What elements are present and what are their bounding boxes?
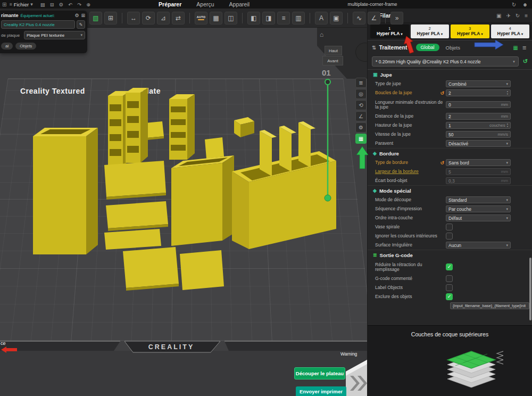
setting-select[interactable]: Standard▾ — [446, 196, 511, 203]
spinner-arrows[interactable]: ▴▾ — [507, 90, 508, 95]
scale-icon[interactable]: ⊿ — [157, 12, 170, 24]
setting-checkbox[interactable] — [446, 224, 453, 230]
spin-down-icon[interactable]: ▾ — [507, 126, 508, 128]
setting-select[interactable]: Aucun▾ — [446, 242, 511, 249]
align-icon[interactable]: ≡ — [277, 12, 290, 24]
menu-tab-2[interactable]: Appareil — [229, 1, 250, 7]
setting-checkbox[interactable] — [446, 275, 453, 282]
setting-select[interactable]: Combiné▾ — [446, 80, 511, 87]
orbit-icon[interactable]: ⟲ — [355, 100, 367, 110]
scrollbar[interactable] — [529, 258, 531, 320]
filament-slot-1[interactable]: 1Hyper PLA▾ — [370, 24, 409, 38]
viewcube-top[interactable]: Haut — [325, 46, 342, 55]
clone-icon[interactable]: ◫ — [225, 12, 237, 24]
setting-input[interactable]: 2mm — [446, 113, 511, 120]
spin-down-icon[interactable]: ▾ — [507, 93, 508, 96]
filament-slot-4[interactable]: 4Hyper PLA▾ — [491, 24, 530, 38]
setting-checkbox[interactable]: ✓ — [446, 263, 453, 270]
viewport-canvas[interactable]: Creality Textured Plate — [0, 0, 367, 396]
tab-global-partial[interactable]: al — [1, 43, 13, 50]
tab-objects[interactable]: Objets — [446, 45, 460, 51]
plate-type-select[interactable]: Plaque PEI texturée ▾ — [24, 31, 85, 39]
reset-icon[interactable]: ↺ — [440, 90, 444, 96]
section-icon[interactable]: ⚙ — [355, 122, 367, 133]
spinner-arrows[interactable]: ▴▾ — [507, 123, 508, 128]
reset-icon[interactable]: ↺ — [440, 160, 444, 166]
section-header[interactable]: ▣Jupe — [368, 70, 532, 79]
mirror-icon[interactable]: ⇄ — [172, 12, 185, 24]
menu-icon[interactable]: ≡ — [525, 13, 528, 19]
preset-select[interactable]: * 0.20mm High Quality @Creality K2 Plus … — [372, 56, 519, 67]
send-print-button[interactable]: Envoyer imprimer — [296, 386, 346, 396]
section-header[interactable]: ◈Bordure — [368, 148, 532, 158]
setting-input[interactable]: 1couches▴▾ — [446, 122, 511, 129]
file-menu[interactable]: ≡ Fichier ▾ — [9, 2, 32, 7]
param-table-icon[interactable]: ▦ — [513, 45, 518, 51]
merge-icon[interactable]: ◨ — [262, 12, 275, 24]
model-shelf-tower[interactable] — [126, 88, 148, 163]
setting-select[interactable]: Sans bord▾ — [446, 159, 511, 166]
model-open-box[interactable] — [171, 155, 234, 246]
seam-icon[interactable]: ∿ — [353, 12, 365, 24]
setting-checkbox[interactable] — [446, 233, 453, 240]
home-view-icon[interactable]: ⌂ — [320, 31, 323, 38]
undo-icon[interactable]: ↶ — [68, 2, 72, 7]
view-cube-icon[interactable]: ▧ — [89, 12, 102, 24]
setting-select[interactable]: Par couche▾ — [446, 205, 511, 212]
slider-bottom-handle[interactable] — [325, 195, 331, 201]
param-grid-icon[interactable]: ▦ — [355, 134, 367, 144]
setting-input[interactable]: 0,3mm — [446, 177, 511, 184]
sync-icon[interactable]: ↻ — [512, 2, 516, 7]
printer-select[interactable]: Creality K2 Plus 0.4 nozzle — [1, 20, 75, 29]
slice-plate-button[interactable]: Découper le plateau — [294, 367, 345, 380]
setting-checkbox[interactable]: ✓ — [446, 293, 453, 300]
setting-select[interactable]: Désactivé▾ — [446, 140, 511, 147]
setting-checkbox[interactable] — [446, 284, 453, 291]
more-tools-icon[interactable]: » — [390, 12, 403, 24]
distribute-icon[interactable]: ▥ — [292, 12, 305, 24]
measure-icon[interactable]: ∠ — [355, 111, 367, 121]
setting-input[interactable]: 0mm — [446, 101, 511, 108]
setting-input[interactable]: 5mm — [446, 168, 511, 175]
grid-icon[interactable]: ▣ — [496, 13, 501, 19]
setting-input[interactable]: 50mm/s — [446, 131, 511, 138]
expand-icon[interactable]: ⊞ — [81, 13, 85, 18]
save-icon[interactable]: ▤ — [40, 2, 45, 7]
setting-select[interactable]: Défaut▾ — [446, 214, 511, 221]
add-plate-icon[interactable]: ⊞ — [104, 12, 117, 24]
redo-icon[interactable]: ↷ — [77, 2, 81, 7]
filament-slot-3[interactable]: 3Hyper PLA▾ — [451, 24, 489, 38]
send-icon[interactable]: ✈ — [506, 13, 510, 19]
text-tool-icon[interactable]: A — [315, 12, 328, 24]
preset-reset-icon[interactable]: ↺ — [523, 58, 528, 65]
account-icon[interactable]: ☻ — [522, 2, 528, 7]
edit-printer-button[interactable]: ✎ — [77, 20, 85, 29]
menu-tab-0[interactable]: Préparer — [159, 1, 181, 7]
compare-icon[interactable]: ≣ — [522, 45, 527, 51]
filename-input[interactable]: {input_filename_base}_{filament_type[ini… — [450, 302, 529, 309]
filament-slot-2[interactable]: 2Hyper PLA▾ — [411, 24, 450, 38]
gear-icon[interactable]: ⚙ — [74, 13, 79, 18]
section-header[interactable]: ◆Mode spécial — [368, 185, 532, 195]
measure-icon[interactable]: ∠ — [368, 12, 380, 24]
support-icon[interactable]: ▣ — [330, 12, 343, 24]
auto-arrange-button[interactable]: AUTO — [195, 12, 207, 24]
section-header[interactable]: ≣Sortie G-code — [368, 250, 532, 260]
move-icon[interactable]: ↔ — [127, 12, 140, 24]
tab-global[interactable]: Global — [416, 44, 439, 51]
slider-top-handle[interactable] — [325, 79, 330, 85]
printer-icon[interactable]: ⊟ — [50, 2, 54, 7]
tab-objects[interactable]: Objets — [15, 43, 36, 50]
refresh-icon[interactable]: ↻ — [516, 13, 520, 19]
share-icon[interactable]: ⊕ — [86, 2, 90, 7]
arrange-icon[interactable]: ▦ — [210, 12, 222, 24]
rotate-icon[interactable]: ⟳ — [142, 12, 155, 24]
zoom-icon[interactable]: ◎ — [355, 89, 367, 99]
menu-tab-1[interactable]: Aperçu — [196, 1, 214, 7]
settings-icon[interactable]: ⚙ — [59, 2, 64, 7]
setting-input[interactable]: 2▴▾ — [446, 89, 511, 96]
viewcube-front[interactable]: Avant — [322, 56, 343, 65]
setting-label[interactable]: Largeur de la bordure — [375, 169, 446, 174]
model-open-box[interactable] — [33, 128, 98, 254]
split-icon[interactable]: ◧ — [247, 12, 260, 24]
